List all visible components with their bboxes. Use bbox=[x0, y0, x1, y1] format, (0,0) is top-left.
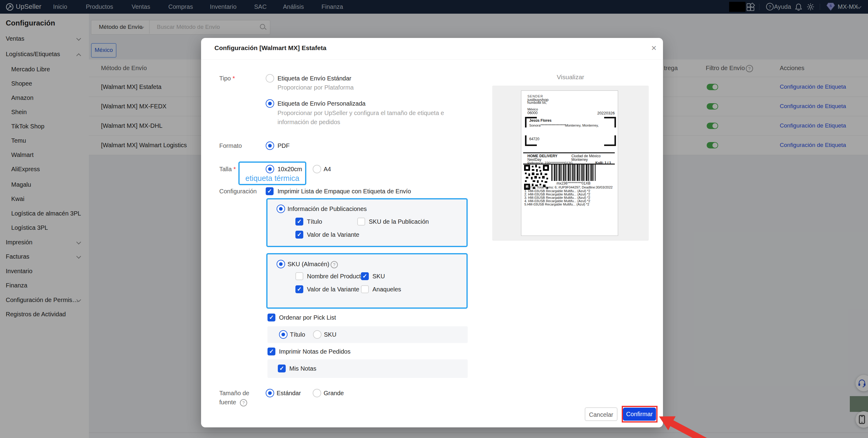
radio-formato-pdf[interactable] bbox=[266, 141, 274, 150]
radio-label[interactable]: PDF bbox=[278, 142, 290, 149]
label-recipient: Jesús Flores bbox=[529, 118, 551, 123]
annotation-box-confirm bbox=[622, 406, 657, 422]
bracket-icon bbox=[604, 117, 616, 127]
label-service-city2: Monterrey bbox=[571, 157, 588, 162]
barcode bbox=[551, 165, 596, 181]
radio-label[interactable]: Grande bbox=[323, 390, 344, 397]
label-config-modal: Configuración [Walmart MX] Estafeta × Ti… bbox=[201, 38, 663, 427]
radio-sublabel: Proporcionar por UpSeller y configura el… bbox=[278, 108, 472, 126]
annotation-box-talla bbox=[238, 162, 306, 185]
cancel-button[interactable]: Cancelar bbox=[585, 407, 618, 421]
radio-label[interactable]: Etiqueta de Envío Estándar bbox=[278, 75, 351, 82]
checkbox-print-notes[interactable] bbox=[268, 348, 275, 355]
radio-tipo-estandar[interactable] bbox=[266, 74, 274, 83]
radio-fuente-grande[interactable] bbox=[313, 389, 321, 397]
radio-tipo-personalizada[interactable] bbox=[266, 99, 274, 108]
modal-title: Configuración [Walmart MX] Estafeta bbox=[214, 44, 326, 52]
annotation-box-pub-info bbox=[266, 198, 468, 247]
field-label-fuente-l1: Tamaño de bbox=[219, 390, 249, 397]
barcode-text: mx236**********01XB bbox=[551, 181, 596, 185]
radio-label[interactable]: Estándar bbox=[277, 390, 301, 397]
radio-talla-a4[interactable] bbox=[313, 165, 321, 173]
checkbox-label[interactable]: Mis Notas bbox=[289, 365, 316, 372]
preview-title: Visualizar bbox=[492, 74, 649, 81]
radio-label[interactable]: Etiqueta de Envío Personalizada bbox=[278, 100, 366, 107]
field-label-tipo: Tipo bbox=[219, 75, 235, 82]
checkbox-print-packing-list[interactable] bbox=[266, 187, 274, 195]
radio-sublabel: Proporcionar por Plataforma bbox=[278, 83, 353, 92]
label-summary: SKU: 4; Total Items: 6; #UP9F044297; Dea… bbox=[524, 185, 613, 189]
radio-pick-titulo[interactable] bbox=[279, 330, 287, 339]
bracket-icon bbox=[604, 135, 616, 146]
checkbox-mis-notas[interactable] bbox=[278, 364, 286, 373]
shipping-label-preview: SENDER justbuyshop humboldt 56, México 0… bbox=[521, 90, 618, 236]
label-recipient-addr: Sonora******************Monterrey, Monte… bbox=[529, 123, 599, 127]
label-sender-zip: 06000 bbox=[527, 111, 537, 115]
preview-panel: SENDER justbuyshop humboldt 56, México 0… bbox=[492, 86, 649, 241]
annotation-arrow bbox=[657, 413, 714, 438]
checkbox-label[interactable]: Ordenar por Pick List bbox=[279, 314, 336, 321]
app-root: UpSeller Inicio Productos Ventas Compras… bbox=[0, 0, 868, 438]
field-label-fuente-l2: fuente bbox=[219, 399, 236, 406]
radio-label[interactable]: Título bbox=[290, 331, 305, 338]
checkbox-pick-list[interactable] bbox=[268, 314, 275, 321]
question-circle-icon[interactable]: ? bbox=[240, 399, 247, 406]
field-label-formato: Formato bbox=[219, 142, 242, 149]
radio-pick-sku[interactable] bbox=[313, 330, 321, 339]
radio-fuente-estandar[interactable] bbox=[266, 389, 274, 397]
checkbox-label[interactable]: Imprimir Notas de Pedidos bbox=[279, 348, 350, 355]
modal-header-divider bbox=[201, 59, 663, 60]
annotation-box-sku bbox=[266, 253, 468, 309]
checkbox-label[interactable]: Imprimir Lista de Empaque con Etiqueta d… bbox=[278, 188, 411, 195]
close-icon[interactable]: × bbox=[648, 42, 659, 53]
field-label-talla: Talla bbox=[219, 166, 236, 173]
field-label-configuracion: Configuración bbox=[219, 188, 256, 195]
radio-label[interactable]: SKU bbox=[324, 331, 336, 338]
label-sender-addr: humboldt 56, bbox=[527, 101, 547, 105]
label-date: 20220326 bbox=[597, 111, 615, 115]
label-item: 5.HM-03USB Recargable Multifu... (Azul) … bbox=[524, 202, 589, 206]
radio-label[interactable]: A4 bbox=[323, 166, 331, 173]
label-divider bbox=[523, 152, 615, 153]
label-recipient-zip: 64720 bbox=[529, 137, 539, 141]
